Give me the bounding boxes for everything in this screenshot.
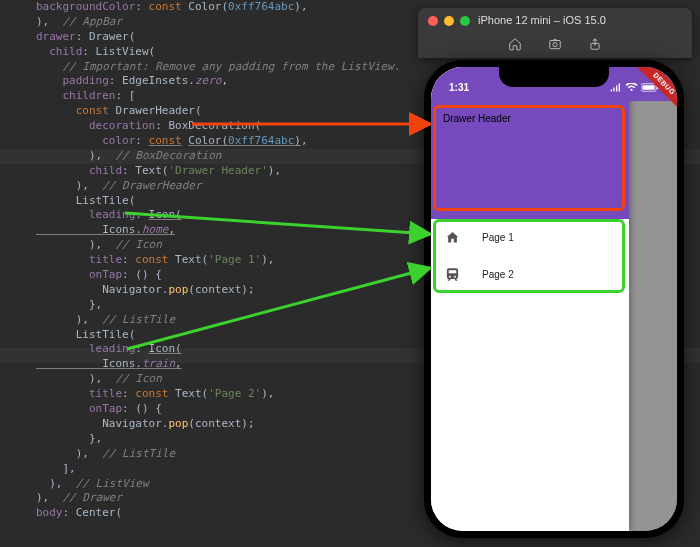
window-traffic-lights[interactable] xyxy=(428,16,470,26)
code-line[interactable]: Icons.train, xyxy=(10,357,430,372)
code-line[interactable]: backgroundColor: const Color(0xff764abc)… xyxy=(10,0,430,15)
drawer-header: Drawer Header xyxy=(431,101,629,219)
home-icon xyxy=(445,230,460,245)
code-line[interactable]: ), // DrawerHeader xyxy=(10,179,430,194)
code-line[interactable]: padding: EdgeInsets.zero, xyxy=(10,74,430,89)
code-line[interactable]: ), // Drawer xyxy=(10,491,430,506)
phone-notch xyxy=(499,67,609,87)
phone-frame: DEBUG 1:31 Drawer Header Page 1 Pag xyxy=(424,60,684,538)
list-tile-page2[interactable]: Page 2 xyxy=(431,256,629,293)
code-line[interactable]: leading: Icon( xyxy=(10,342,430,357)
code-line[interactable]: onTap: () { xyxy=(10,402,430,417)
home-icon[interactable] xyxy=(508,37,522,51)
signal-icon xyxy=(610,83,622,92)
code-line[interactable]: // Important: Remove any padding from th… xyxy=(10,60,430,75)
list-tile-page1[interactable]: Page 1 xyxy=(431,219,629,256)
simulator-titlebar: iPhone 12 mini – iOS 15.0 xyxy=(418,8,692,58)
code-line[interactable]: decoration: BoxDecoration( xyxy=(10,119,430,134)
code-line[interactable]: const DrawerHeader( xyxy=(10,104,430,119)
simulator-title: iPhone 12 mini – iOS 15.0 xyxy=(478,14,606,26)
code-line[interactable]: child: Text('Drawer Header'), xyxy=(10,164,430,179)
code-line[interactable]: }, xyxy=(10,298,430,313)
code-line[interactable]: ), // ListTile xyxy=(10,447,430,462)
code-line[interactable]: drawer: Drawer( xyxy=(10,30,430,45)
drawer: Drawer Header Page 1 Page 2 xyxy=(431,67,629,531)
code-line[interactable]: child: ListView( xyxy=(10,45,430,60)
code-line[interactable]: leading: Icon( xyxy=(10,208,430,223)
share-icon[interactable] xyxy=(588,37,602,51)
code-line[interactable]: ], xyxy=(10,462,430,477)
drawer-header-text: Drawer Header xyxy=(443,113,511,124)
svg-point-4 xyxy=(553,43,557,47)
svg-rect-7 xyxy=(643,85,655,90)
code-line[interactable]: ), // ListTile xyxy=(10,313,430,328)
code-line[interactable]: }, xyxy=(10,432,430,447)
screenshot-icon[interactable] xyxy=(548,37,562,51)
maximize-icon[interactable] xyxy=(460,16,470,26)
code-line[interactable]: title: const Text('Page 1'), xyxy=(10,253,430,268)
list-tile-label: Page 2 xyxy=(482,269,514,280)
svg-rect-3 xyxy=(550,41,561,49)
minimize-icon[interactable] xyxy=(444,16,454,26)
list-tile-label: Page 1 xyxy=(482,232,514,243)
code-line[interactable]: title: const Text('Page 2'), xyxy=(10,387,430,402)
close-icon[interactable] xyxy=(428,16,438,26)
code-line[interactable]: Navigator.pop(context); xyxy=(10,283,430,298)
code-line[interactable]: body: Center( xyxy=(10,506,430,521)
code-line[interactable]: Navigator.pop(context); xyxy=(10,417,430,432)
code-line[interactable]: ), // BoxDecoration xyxy=(10,149,430,164)
code-line[interactable]: color: const Color(0xff764abc), xyxy=(10,134,430,149)
code-line[interactable]: Icons.home, xyxy=(10,223,430,238)
phone-screen: DEBUG 1:31 Drawer Header Page 1 Pag xyxy=(431,67,677,531)
code-line[interactable]: ), // AppBar xyxy=(10,15,430,30)
code-line[interactable]: onTap: () { xyxy=(10,268,430,283)
wifi-icon xyxy=(625,83,638,92)
train-icon xyxy=(445,267,460,282)
code-line[interactable]: ListTile( xyxy=(10,194,430,209)
drawer-list: Page 1 Page 2 xyxy=(431,219,629,293)
status-time: 1:31 xyxy=(449,82,469,93)
code-line[interactable]: ListTile( xyxy=(10,328,430,343)
code-line[interactable]: ), // ListView xyxy=(10,477,430,492)
code-line[interactable]: ), // Icon xyxy=(10,238,430,253)
drawer-scrim[interactable] xyxy=(629,67,677,531)
code-line[interactable]: children: [ xyxy=(10,89,430,104)
status-icons xyxy=(610,83,659,92)
simulator-toolbar xyxy=(418,32,692,56)
code-line[interactable]: ), // Icon xyxy=(10,372,430,387)
